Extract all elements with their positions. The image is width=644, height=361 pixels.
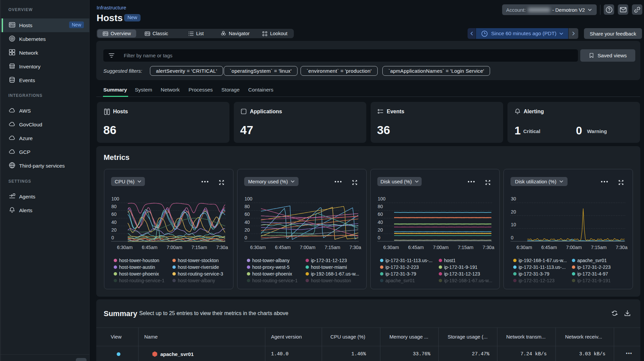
svg-text:20: 20 bbox=[378, 227, 383, 233]
svg-text:80: 80 bbox=[111, 204, 117, 209]
svg-text:7:30am: 7:30am bbox=[616, 245, 632, 250]
svg-text:7:00am: 7:00am bbox=[300, 245, 316, 250]
svg-text:100: 100 bbox=[245, 196, 253, 201]
svg-text:7:30am: 7:30am bbox=[216, 245, 232, 250]
svg-text:7:15am: 7:15am bbox=[591, 245, 607, 250]
svg-text:7:00am: 7:00am bbox=[433, 245, 449, 250]
svg-text:0: 0 bbox=[378, 235, 380, 240]
svg-text:60: 60 bbox=[378, 212, 383, 217]
svg-text:6:30am: 6:30am bbox=[383, 245, 399, 250]
svg-text:100: 100 bbox=[111, 196, 119, 201]
svg-text:0: 0 bbox=[511, 235, 514, 240]
svg-text:40: 40 bbox=[378, 220, 383, 225]
svg-text:0: 0 bbox=[245, 235, 247, 240]
svg-text:60: 60 bbox=[245, 212, 250, 217]
svg-text:100: 100 bbox=[378, 196, 386, 201]
svg-text:30: 30 bbox=[511, 196, 516, 201]
svg-text:7:30am: 7:30am bbox=[483, 245, 498, 250]
svg-text:7:00am: 7:00am bbox=[167, 245, 182, 250]
svg-text:20: 20 bbox=[245, 227, 250, 233]
svg-text:40: 40 bbox=[111, 220, 117, 225]
svg-text:6:45am: 6:45am bbox=[142, 245, 158, 250]
svg-text:6:45am: 6:45am bbox=[408, 245, 424, 250]
svg-text:20: 20 bbox=[511, 209, 516, 215]
svg-text:6:30am: 6:30am bbox=[517, 245, 532, 250]
svg-text:7:00am: 7:00am bbox=[566, 245, 582, 250]
svg-text:80: 80 bbox=[378, 204, 383, 209]
svg-text:7:15am: 7:15am bbox=[458, 245, 474, 250]
svg-text:20: 20 bbox=[111, 227, 117, 233]
svg-text:6:45am: 6:45am bbox=[541, 245, 557, 250]
svg-text:60: 60 bbox=[111, 212, 117, 217]
svg-text:80: 80 bbox=[245, 204, 250, 209]
svg-text:7:15am: 7:15am bbox=[192, 245, 207, 250]
svg-text:10: 10 bbox=[511, 222, 516, 227]
svg-text:6:30am: 6:30am bbox=[250, 245, 266, 250]
svg-text:6:45am: 6:45am bbox=[275, 245, 291, 250]
svg-text:40: 40 bbox=[245, 220, 250, 225]
svg-text:7:15am: 7:15am bbox=[325, 245, 340, 250]
svg-text:6:30am: 6:30am bbox=[117, 245, 133, 250]
svg-text:0: 0 bbox=[111, 235, 114, 240]
svg-text:7:30am: 7:30am bbox=[350, 245, 365, 250]
